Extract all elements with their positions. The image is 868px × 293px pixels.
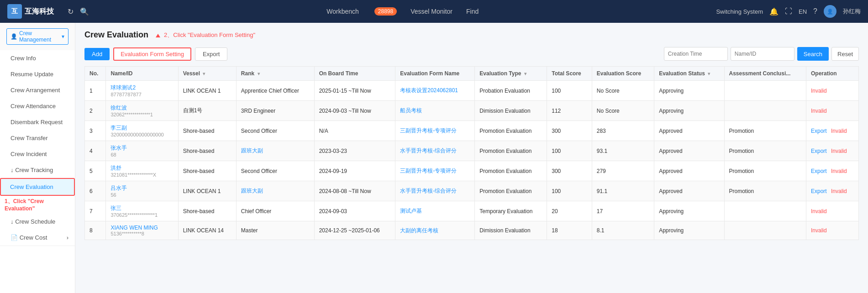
cell-operation[interactable]: Export Invalid [806, 141, 858, 161]
nav-badge: 28898 [374, 7, 397, 16]
op-invalid[interactable]: Invalid [811, 227, 827, 234]
sidebar-item-crew-arrangement[interactable]: Crew Arrangement [0, 82, 75, 98]
search-button[interactable]: Search [797, 47, 829, 61]
cell-status: Approved [654, 141, 724, 161]
language-selector[interactable]: EN [799, 8, 807, 15]
op-invalid[interactable]: Invalid [811, 108, 827, 114]
id: 32062*************1 [110, 112, 173, 117]
sidebar-item-crew-cost[interactable]: 📄 Crew Cost › [0, 230, 75, 246]
evaluation-form-setting-button[interactable]: Evaluation Form Setting [113, 47, 191, 61]
op-invalid[interactable]: Invalid [811, 88, 827, 94]
cell-total-score: 20 [547, 201, 592, 221]
op-invalid[interactable]: Invalid [831, 168, 847, 174]
name[interactable]: 李三副 [110, 124, 173, 132]
op-invalid[interactable]: Invalid [811, 208, 827, 215]
annotation-1: 1、Click "Crew Evaluation" [0, 196, 75, 214]
cell-onboard: 2025-01-15 ~Till Now [314, 81, 395, 101]
sidebar-group-header-crew-mgmt[interactable]: 👤 Crew Management ▾ [0, 23, 75, 50]
add-button[interactable]: Add [84, 48, 110, 60]
col-eval-form: Evaluation Form Name [395, 67, 475, 81]
page-title: Crew Evaluation [84, 30, 148, 40]
nav-vessel-monitor[interactable]: Vessel Monitor [410, 8, 452, 15]
refresh-icon[interactable]: ↻ [68, 7, 74, 16]
expand-icon[interactable]: ⛶ [785, 7, 792, 16]
name[interactable]: 张水手 [110, 144, 173, 152]
search-nav-icon[interactable]: 🔍 [80, 7, 89, 16]
cell-conclusion [724, 81, 806, 101]
cell-rank: Apprentice Chief Officer [236, 81, 314, 101]
cell-eval-type: Promotion Evaluation [475, 141, 547, 161]
sidebar-item-crew-schedule[interactable]: ↓ Crew Schedule [0, 214, 75, 230]
id: 3200000000000000000 [110, 132, 173, 137]
cell-onboard: 2024-12-25 ~2025-01-06 [314, 221, 395, 240]
reset-button[interactable]: Reset [831, 47, 859, 61]
switching-system[interactable]: Switching System [716, 8, 763, 15]
name[interactable]: XIANG WEN MING [110, 225, 173, 231]
sidebar-item-crew-attendance[interactable]: Crew Attendance [0, 98, 75, 114]
op-invalid[interactable]: Invalid [831, 128, 847, 134]
cell-status: Approved [654, 161, 724, 181]
op-export[interactable]: Export [811, 148, 827, 154]
cell-eval-type: Temporary Evaluation [475, 201, 547, 221]
name[interactable]: 张三 [110, 204, 173, 212]
sidebar-item-crew-incident[interactable]: Crew Incident [0, 146, 75, 162]
arrow-up-icon [156, 34, 160, 37]
cell-name-id: 李三副 3200000000000000000 [106, 121, 178, 141]
col-total-score: Total Score [547, 67, 592, 81]
cell-eval-score: 91.1 [592, 181, 654, 201]
data-table: No. Name/ID Vessel ▾ Rank ▾ On Board Tim… [84, 66, 859, 240]
cell-operation[interactable]: Export Invalid [806, 181, 858, 201]
cell-status: Approved [654, 121, 724, 141]
cell-total-score: 300 [547, 121, 592, 141]
help-icon[interactable]: ? [813, 7, 817, 16]
cell-operation[interactable]: Export Invalid [806, 161, 858, 181]
cell-operation[interactable]: Invalid [806, 81, 858, 101]
name[interactable]: 洪舒 [110, 164, 173, 172]
cell-name-id: 洪舒 321081*************X [106, 161, 178, 181]
cell-eval-form: 考核表设置2024062801 [395, 81, 475, 101]
op-invalid[interactable]: Invalid [831, 148, 847, 154]
nav-find[interactable]: Find [466, 8, 479, 15]
nav-workbench[interactable]: Workbench [326, 8, 359, 15]
cell-eval-form: 测试卢基 [395, 201, 475, 221]
op-export[interactable]: Export [811, 168, 827, 174]
top-navigation: 互 互海科技 ↻ 🔍 Workbench 28898 Vessel Monito… [0, 0, 868, 23]
cell-vessel: Shore-based [178, 161, 236, 181]
cell-eval-score: 279 [592, 161, 654, 181]
export-button[interactable]: Export [195, 47, 228, 61]
cell-operation[interactable]: Invalid [806, 101, 858, 121]
cell-operation[interactable]: Export Invalid [806, 121, 858, 141]
cell-onboard: N/A [314, 121, 395, 141]
op-export[interactable]: Export [811, 188, 827, 194]
bell-icon[interactable]: 🔔 [769, 7, 779, 16]
cell-eval-score: 8.1 [592, 221, 654, 240]
cell-rank: 3RD Engineer [236, 101, 314, 121]
id: 5136**********8 [110, 231, 173, 236]
op-export[interactable]: Export [811, 128, 827, 134]
cell-rank: 跟班大副 [236, 141, 314, 161]
sidebar-item-crew-tracking[interactable]: ↓ Crew Tracking [0, 162, 75, 178]
sidebar-item-crew-info[interactable]: Crew Info [0, 50, 75, 66]
name[interactable]: 球球测试2 [110, 84, 173, 92]
id: 56 [110, 192, 173, 198]
sidebar-item-crew-transfer[interactable]: Crew Transfer [0, 130, 75, 146]
cell-operation[interactable]: Invalid [806, 201, 858, 221]
sidebar-item-disembark-request[interactable]: Disembark Request [0, 114, 75, 130]
name-id-input[interactable] [731, 47, 794, 61]
crew-mgmt-label[interactable]: 👤 Crew Management ▾ [6, 28, 68, 45]
name[interactable]: 吕水手 [110, 184, 173, 192]
name[interactable]: 徐红波 [110, 104, 173, 112]
sidebar-item-crew-evaluation[interactable]: Crew Evaluation [0, 178, 75, 196]
cell-no: 2 [85, 101, 106, 121]
sidebar-item-resume-update[interactable]: Resume Update [0, 66, 75, 82]
cell-no: 1 [85, 81, 106, 101]
cell-conclusion: Promotion [724, 181, 806, 201]
id: 370625**************1 [110, 212, 173, 218]
table-row: 3 李三副 3200000000000000000 Shore-based Se… [85, 121, 859, 141]
cell-operation[interactable]: Invalid [806, 221, 858, 240]
op-invalid[interactable]: Invalid [831, 188, 847, 194]
cell-rank: Second Officer [236, 121, 314, 141]
logo-text: 互海科技 [25, 7, 54, 16]
cell-vessel: Shore-based [178, 201, 236, 221]
creation-time-input[interactable] [664, 47, 728, 61]
